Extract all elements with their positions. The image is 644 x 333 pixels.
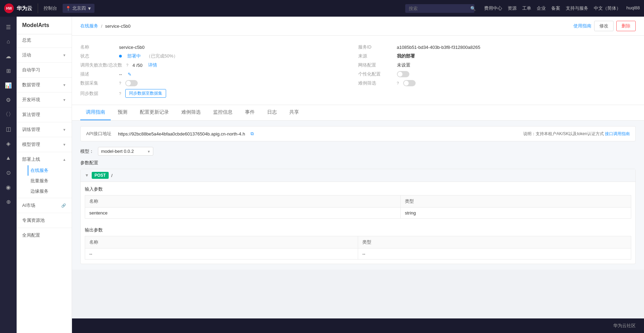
nav-filing[interactable]: 备案 [551, 5, 560, 11]
home-icon[interactable]: ⌂ [1, 35, 16, 49]
personal-config-toggle[interactable] [397, 71, 409, 77]
training-label: 训练管理 [22, 126, 40, 133]
sidebar-item-algorithm[interactable]: 算法管理 [17, 109, 72, 121]
call-fail-help-icon[interactable]: ? [126, 63, 128, 67]
tab-call-guide[interactable]: 调用指南 [80, 105, 111, 120]
info-grid: 名称 service-c5b0 状态 部署中 （已完成50%） 调用失败次数/总… [80, 43, 636, 99]
nav-enterprise[interactable]: 企业 [537, 5, 546, 11]
model-select[interactable]: model-bert 0.0.2 [98, 147, 153, 156]
tab-logs[interactable]: 日志 [262, 105, 282, 120]
sidebar-item-batch-service[interactable]: 批量服务 [28, 176, 72, 186]
edit-button[interactable]: 修改 [594, 21, 614, 31]
deploy-arrow: ▲ [63, 158, 66, 161]
overview-label: 总览 [22, 37, 31, 43]
api-url-label: API接口地址 [86, 131, 114, 137]
deploy-label: 部署上线 [22, 156, 40, 163]
input-row-type: string [400, 208, 631, 219]
table-row: -- -- [85, 248, 631, 260]
sidebar-item-training[interactable]: 训练管理 ▼ [17, 124, 72, 135]
app-title: ModelArts [17, 17, 72, 34]
sidebar-item-deploy[interactable]: 部署上线 ▲ [17, 154, 72, 165]
location-text: 北京四 [72, 5, 86, 11]
nav-cost-center[interactable]: 费用中心 [484, 5, 502, 11]
model-select-wrapper: model-bert 0.0.2 [98, 147, 153, 156]
huawei-logo: HW [4, 3, 14, 13]
settings-icon[interactable]: ⚙ [1, 93, 16, 107]
sidebar-item-ai-market[interactable]: AI市场 🔗 [17, 200, 72, 211]
code-icon[interactable]: 〈〉 [1, 107, 16, 121]
control-panel-link[interactable]: 控制台 [44, 5, 57, 11]
personal-config-knob [398, 72, 402, 77]
call-fail-label: 调用失败次数/总次数 [80, 62, 122, 68]
online-service-label: 在线服务 [30, 167, 48, 174]
guide-button[interactable]: 使用指南 [573, 21, 591, 31]
location-dropdown-icon: ▼ [87, 6, 92, 11]
tabs-bar: 调用指南 预测 配置更新记录 难例筛选 监控信息 事件 日志 共享 [72, 105, 644, 121]
sidebar-item-overview[interactable]: 总览 [17, 34, 72, 46]
sidebar-item-automl[interactable]: 自动学习 [17, 64, 72, 76]
nav-tickets[interactable]: 工单 [522, 5, 531, 11]
detail-link[interactable]: 详情 [148, 62, 157, 68]
tab-config-history[interactable]: 配置更新记录 [134, 105, 174, 120]
output-params-group: 输出参数 名称 类型 -- -- [81, 223, 635, 264]
sidebar-item-online-service[interactable]: 在线服务 [28, 165, 72, 176]
tab-events[interactable]: 事件 [239, 105, 260, 120]
nav-user[interactable]: huql88 [626, 5, 640, 11]
deploy-icon[interactable]: ▲ [1, 151, 16, 165]
sidebar-item-devenv[interactable]: 开发环境 ▼ [17, 94, 72, 106]
search-icon[interactable]: 🔍 [470, 6, 476, 11]
sidebar-item-edge-service[interactable]: 边缘服务 [28, 186, 72, 196]
search-input[interactable] [405, 4, 474, 13]
input-params-title: 输入参数 [85, 186, 631, 192]
desc-edit-icon[interactable]: ✎ [128, 72, 131, 77]
model-selector-row: 模型： model-bert 0.0.2 [80, 147, 636, 156]
service-id-row: 服务ID a1085b51-bd34-403b-b3f8-f312800a826… [358, 43, 636, 52]
output-params-title: 输出参数 [85, 227, 631, 233]
api-note-link[interactable]: 接口调用指南 [605, 131, 630, 136]
copy-icon[interactable]: ⧉ [251, 131, 254, 137]
grid-icon[interactable]: ⊞ [1, 64, 16, 78]
network-label: 网络配置 [358, 62, 393, 68]
post-path: / [111, 173, 113, 178]
sync-data-button[interactable]: 同步数据至数据集 [125, 89, 166, 98]
pool-icon[interactable]: ◉ [1, 180, 16, 194]
difficult-filter-help-icon[interactable]: ? [397, 81, 399, 85]
sidebar-item-data[interactable]: 数据管理 ▼ [17, 79, 72, 91]
location-selector[interactable]: 📍 北京四 ▼ [63, 4, 94, 13]
chevron-icon[interactable]: ▼ [85, 173, 89, 178]
nav-links: 费用中心 资源 工单 企业 备案 支持与服务 中文（简体） huql88 [484, 5, 640, 11]
tab-share[interactable]: 共享 [284, 105, 305, 120]
post-badge: POST [92, 172, 109, 179]
nav-language[interactable]: 中文（简体） [594, 5, 621, 11]
sidebar-item-global-config[interactable]: 全局配置 [17, 229, 72, 241]
name-label: 名称 [80, 44, 115, 50]
nav-support[interactable]: 支持与服务 [566, 5, 588, 11]
chart-icon[interactable]: 📊 [1, 78, 16, 92]
call-fail-row: 调用失败次数/总次数 ? 4 /50 详情 [80, 61, 358, 70]
cpu-icon[interactable]: ◫ [1, 122, 16, 136]
tab-difficult-filter[interactable]: 难例筛选 [176, 105, 206, 120]
market-icon[interactable]: ⊙ [1, 166, 16, 179]
menu-icon[interactable]: ☰ [1, 20, 16, 34]
desc-value: -- [119, 72, 122, 77]
status-dot [119, 55, 122, 58]
delete-button[interactable]: 删除 [616, 21, 636, 31]
model-icon[interactable]: ◈ [1, 137, 16, 150]
cloud-icon[interactable]: ☁ [1, 49, 16, 63]
tab-predict[interactable]: 预测 [112, 105, 133, 120]
sidebar-item-model[interactable]: 模型管理 ▼ [17, 139, 72, 150]
nav-resources[interactable]: 资源 [508, 5, 517, 11]
sidebar-item-activity[interactable]: 活动 ▼ [17, 49, 72, 61]
breadcrumb-link-online-service[interactable]: 在线服务 [80, 23, 98, 29]
data-collect-help-icon[interactable]: ? [119, 81, 121, 85]
sync-data-help-icon[interactable]: ? [119, 91, 121, 96]
sidebar-item-resource-pool[interactable]: 专属资源池 [17, 214, 72, 226]
params-config-label: 参数配置 [80, 160, 636, 166]
name-row: 名称 service-c5b0 [80, 43, 358, 52]
tab-monitor[interactable]: 监控信息 [208, 105, 238, 120]
difficult-filter-toggle[interactable] [403, 80, 416, 86]
data-collect-toggle[interactable] [125, 80, 138, 86]
global-icon[interactable]: ⊕ [1, 195, 16, 209]
difficult-filter-label: 难例筛选 [358, 80, 393, 86]
page-actions: 使用指南 修改 删除 [573, 21, 636, 31]
